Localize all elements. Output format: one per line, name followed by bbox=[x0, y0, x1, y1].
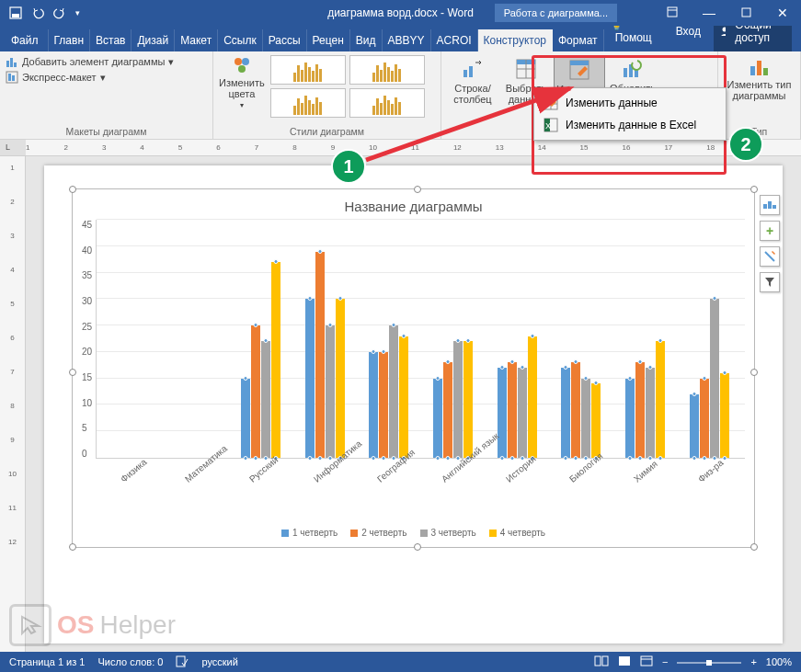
switch-row-column-button[interactable]: Строка/столбец bbox=[447, 55, 498, 121]
annotation-badge-2: 2 bbox=[728, 127, 763, 162]
svg-rect-3 bbox=[742, 8, 750, 17]
ribbon-options-icon[interactable] bbox=[654, 6, 691, 20]
status-bar: Страница 1 из 1 Число слов: 0 русский − … bbox=[0, 652, 801, 672]
svg-rect-7 bbox=[14, 63, 17, 67]
title-bar: ▾ диаграмма ворд.docx - Word Работа с ди… bbox=[0, 0, 801, 26]
document-page[interactable]: + Название диаграммы 051015202530354045 … bbox=[44, 165, 783, 644]
svg-rect-38 bbox=[641, 656, 652, 666]
tab-file[interactable]: Файл bbox=[0, 29, 49, 51]
svg-rect-22 bbox=[635, 70, 638, 77]
chart-elements-icon[interactable] bbox=[760, 195, 780, 215]
svg-rect-19 bbox=[570, 61, 589, 65]
chart-styles-icon[interactable]: + bbox=[760, 221, 780, 241]
svg-rect-9 bbox=[8, 74, 11, 81]
print-layout-icon[interactable] bbox=[618, 655, 631, 668]
tab-home[interactable]: Главн bbox=[49, 29, 91, 51]
svg-rect-40 bbox=[706, 660, 712, 666]
tab-constructor[interactable]: Конструктор bbox=[478, 29, 553, 51]
tab-references[interactable]: Ссылк bbox=[218, 29, 263, 51]
chart-y-axis: 051015202530354045 bbox=[82, 220, 96, 459]
tab-insert[interactable]: Встав bbox=[90, 29, 132, 51]
save-icon[interactable] bbox=[9, 6, 22, 19]
change-colors-button[interactable]: Изменить цвета▾ bbox=[219, 55, 265, 109]
tab-format[interactable]: Формат bbox=[553, 29, 604, 51]
chart-x-axis: ФизикаМатематикаРусскийИнформатикаГеогра… bbox=[104, 462, 745, 491]
chart-funnel-icon[interactable] bbox=[760, 272, 780, 292]
horizontal-ruler[interactable]: L 12345678910111213141516171819 bbox=[0, 140, 801, 156]
document-title: диаграмма ворд.docx - Word bbox=[327, 6, 474, 19]
change-chart-type-button[interactable]: Изменить тип диаграммы bbox=[724, 55, 795, 101]
undo-icon[interactable] bbox=[31, 6, 44, 19]
svg-rect-5 bbox=[6, 61, 9, 67]
chart-styles-gallery[interactable] bbox=[270, 55, 435, 118]
web-layout-icon[interactable] bbox=[640, 655, 653, 668]
ribbon-group-styles: Изменить цвета▾ Стили диаграмм bbox=[213, 51, 441, 139]
tab-abbyy[interactable]: ABBYY bbox=[383, 29, 431, 51]
tab-acrobat[interactable]: ACROI bbox=[431, 29, 478, 51]
tab-review[interactable]: Рецен bbox=[307, 29, 350, 51]
svg-rect-10 bbox=[12, 75, 15, 81]
svg-rect-31 bbox=[763, 204, 767, 209]
svg-rect-25 bbox=[763, 68, 768, 75]
chart-object[interactable]: + Название диаграммы 051015202530354045 … bbox=[72, 188, 755, 548]
read-mode-icon[interactable] bbox=[594, 655, 609, 668]
maximize-button[interactable] bbox=[727, 6, 764, 20]
chart-plot-area[interactable]: 051015202530354045 bbox=[82, 220, 745, 459]
svg-rect-20 bbox=[624, 68, 627, 77]
close-button[interactable]: ✕ bbox=[764, 6, 801, 20]
svg-point-12 bbox=[242, 58, 249, 65]
status-language[interactable]: русский bbox=[201, 656, 237, 667]
group-label-layouts: Макеты диаграмм bbox=[6, 124, 207, 137]
vertical-ruler[interactable]: 123456789101112 bbox=[0, 156, 26, 653]
chart-legend[interactable]: 1 четверть2 четверть3 четверть4 четверть bbox=[82, 528, 745, 538]
svg-rect-6 bbox=[10, 58, 13, 67]
tab-design[interactable]: Дизай bbox=[132, 29, 175, 51]
quick-layout-button[interactable]: Экспресс-макет ▾ bbox=[6, 71, 207, 84]
chart-title[interactable]: Название диаграммы bbox=[82, 199, 745, 214]
context-tab-label: Работа с диаграмма... bbox=[495, 4, 617, 22]
redo-icon[interactable] bbox=[53, 6, 66, 19]
annotation-badge-1: 1 bbox=[331, 149, 366, 184]
svg-rect-14 bbox=[463, 70, 467, 77]
svg-rect-1 bbox=[12, 14, 19, 17]
ribbon-group-layouts: Добавить элемент диаграммы ▾ Экспресс-ма… bbox=[0, 51, 213, 139]
svg-point-4 bbox=[722, 28, 726, 32]
svg-rect-15 bbox=[469, 66, 473, 77]
svg-point-11 bbox=[235, 58, 242, 65]
qat-more-icon[interactable]: ▾ bbox=[75, 8, 80, 17]
chart-side-tools: + bbox=[760, 195, 780, 292]
zoom-level[interactable]: 100% bbox=[766, 656, 792, 667]
chart-filters-icon[interactable] bbox=[760, 246, 780, 267]
zoom-slider[interactable] bbox=[677, 656, 741, 667]
svg-rect-37 bbox=[619, 656, 630, 666]
ribbon-tabs: Файл Главн Встав Дизай Макет Ссылк Рассы… bbox=[0, 26, 801, 51]
svg-rect-36 bbox=[602, 656, 608, 666]
status-words[interactable]: Число слов: 0 bbox=[97, 656, 163, 667]
tab-layout[interactable]: Макет bbox=[175, 29, 218, 51]
svg-rect-23 bbox=[750, 66, 755, 75]
add-chart-element-button[interactable]: Добавить элемент диаграммы ▾ bbox=[6, 55, 207, 68]
svg-rect-2 bbox=[668, 7, 677, 17]
tab-mailings[interactable]: Рассы bbox=[263, 29, 307, 51]
svg-text:X: X bbox=[545, 121, 551, 131]
tab-view[interactable]: Вид bbox=[350, 29, 383, 51]
dropdown-edit-data[interactable]: Изменить данные bbox=[534, 92, 726, 114]
group-label-styles: Стили диаграмм bbox=[219, 124, 435, 137]
svg-rect-35 bbox=[595, 656, 601, 666]
svg-rect-24 bbox=[757, 61, 761, 75]
status-proofing-icon[interactable] bbox=[176, 655, 189, 669]
ribbon-group-type: Изменить тип диаграммы Тип bbox=[718, 51, 801, 139]
svg-rect-33 bbox=[772, 205, 776, 209]
status-page[interactable]: Страница 1 из 1 bbox=[9, 656, 85, 667]
minimize-button[interactable]: — bbox=[691, 6, 727, 20]
svg-rect-32 bbox=[768, 201, 772, 209]
edit-data-dropdown: Изменить данные XИзменить данные в Excel bbox=[533, 87, 727, 141]
zoom-in-button[interactable]: + bbox=[750, 656, 756, 667]
zoom-out-button[interactable]: − bbox=[662, 656, 668, 667]
document-area: 123456789101112 + Название диаграммы 051… bbox=[0, 156, 801, 653]
dropdown-edit-data-excel[interactable]: XИзменить данные в Excel bbox=[534, 114, 726, 136]
chart-bars bbox=[96, 220, 745, 459]
svg-point-13 bbox=[238, 65, 246, 73]
